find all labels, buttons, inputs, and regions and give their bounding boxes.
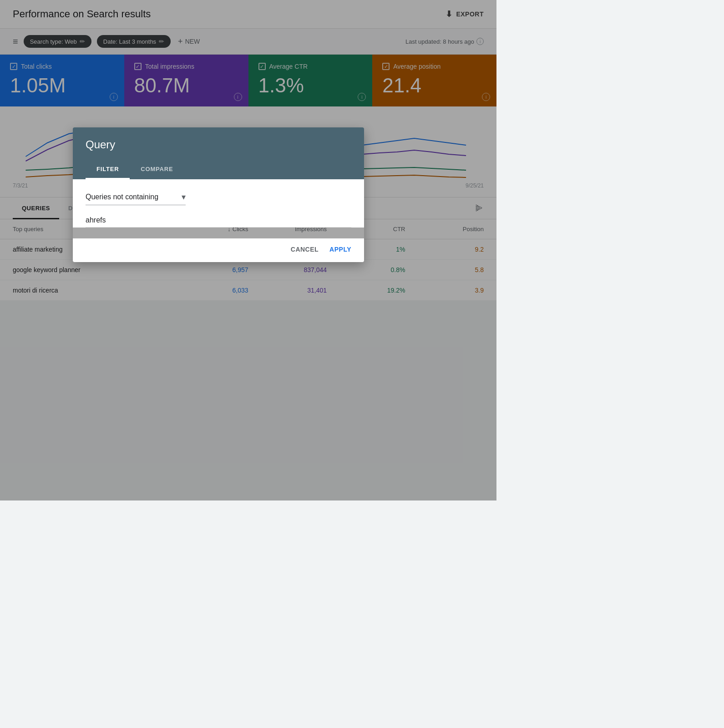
chevron-down-icon: ▾ bbox=[182, 192, 186, 202]
modal-body: Queries not containing ▾ ahrefs bbox=[73, 179, 364, 228]
modal-tabs: FILTER COMPARE bbox=[86, 160, 351, 179]
modal-footer: CANCEL APPLY bbox=[73, 238, 364, 262]
modal-tab-filter-label: FILTER bbox=[96, 166, 119, 172]
modal-header: Query FILTER COMPARE bbox=[73, 127, 364, 179]
query-filter-modal: Query FILTER COMPARE Queries not contain… bbox=[73, 127, 364, 262]
modal-tab-compare-label: COMPARE bbox=[141, 166, 173, 172]
dropdown-label: Queries not containing bbox=[86, 193, 182, 201]
modal-title: Query bbox=[86, 138, 351, 151]
cancel-button[interactable]: CANCEL bbox=[291, 246, 319, 253]
apply-button[interactable]: APPLY bbox=[329, 246, 351, 253]
modal-tab-compare[interactable]: COMPARE bbox=[130, 160, 184, 179]
filter-input-row[interactable]: ahrefs bbox=[86, 216, 351, 228]
modal-tab-filter[interactable]: FILTER bbox=[86, 160, 130, 179]
filter-input-value[interactable]: ahrefs bbox=[86, 216, 106, 224]
filter-dropdown[interactable]: Queries not containing ▾ bbox=[86, 192, 186, 205]
